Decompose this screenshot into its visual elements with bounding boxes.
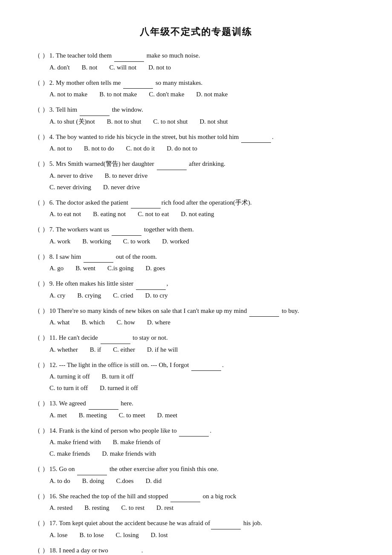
option: B. meeting — [79, 410, 107, 421]
option: B. doing — [82, 475, 104, 487]
question-text: The workers want us together with them. — [56, 224, 358, 236]
question-number: 14. — [49, 425, 58, 436]
question-block: （ ）11.He can't decide to stay or not.A. … — [34, 332, 358, 356]
question-number: 1. — [49, 50, 54, 61]
options-line: A. whatB. whichC. howD. where — [34, 317, 358, 328]
question-block: （ ）17.Tom kept quiet about the accident … — [34, 518, 358, 541]
question-line: （ ）14.Frank is the kind of person who pe… — [34, 425, 358, 437]
option: A. work — [49, 236, 70, 247]
option: A. what — [49, 317, 70, 328]
options-line-2: C. to turn it offD. turned it off — [34, 382, 358, 394]
question-number: 2. — [49, 78, 54, 89]
option: B. not — [82, 62, 98, 73]
option: B. to not make — [99, 89, 137, 100]
option: D. worked — [162, 236, 189, 247]
paren: （ ） — [34, 425, 49, 436]
option: B. to never drive — [105, 170, 148, 182]
option: D. never drive — [103, 182, 140, 193]
question-number: 9. — [49, 278, 54, 289]
question-block: （ ）4.The boy wanted to ride his bicycle … — [34, 132, 358, 155]
option: B. working — [82, 236, 111, 247]
question-text: The boy wanted to ride his bicycle in th… — [56, 132, 358, 143]
question-text: --- The light in the office is still on.… — [59, 360, 358, 371]
option: A. whether — [49, 344, 78, 356]
option: C. never driving — [49, 182, 91, 193]
options-line: A. restedB. restingC. to restD. rest — [34, 502, 358, 514]
options-line: A. to shut (关)notB. not to shutC. to not… — [34, 116, 358, 127]
question-number: 17. — [49, 518, 58, 529]
answer-blank — [136, 278, 166, 290]
answer-blank — [112, 224, 141, 236]
question-block: （ ）14.Frank is the kind of person who pe… — [34, 425, 358, 460]
question-block: （ ）2.My mother often tells me so many mi… — [34, 78, 358, 101]
option: A. go — [49, 263, 63, 274]
option: D. lost — [151, 529, 168, 541]
answer-blank — [249, 306, 279, 317]
option: B. not to do — [84, 143, 114, 154]
question-block: （ ）9.He often makes his little sister ,A… — [34, 278, 358, 301]
option: B. which — [82, 317, 105, 328]
question-text: We agreed here. — [59, 398, 358, 410]
question-number: 11. — [49, 332, 57, 344]
question-line: （ ）8.I saw him out of the room. — [34, 251, 358, 263]
question-line: （ ）16.She reached the top of the hill an… — [34, 491, 358, 503]
option: D. where — [147, 317, 170, 328]
option: C. to turn it off — [49, 382, 88, 394]
option: D. not to — [148, 62, 171, 73]
question-number: 4. — [49, 132, 54, 143]
question-line: （ ）7.The workers want us together with t… — [34, 224, 358, 236]
question-text: I saw him out of the room. — [56, 251, 358, 263]
question-number: 18. — [49, 545, 58, 555]
option: B. if — [90, 344, 101, 356]
question-line: （ ）18.I need a day or two . — [34, 545, 358, 555]
option: D. make friends with — [102, 448, 156, 460]
question-line: （ ）5.Mrs Smith warned(警告) her daughter a… — [34, 159, 358, 170]
option: D. meet — [157, 410, 177, 421]
question-number: 15. — [49, 464, 58, 475]
paren: （ ） — [34, 491, 49, 502]
option: C.does — [116, 475, 133, 487]
question-line: （ ）3.Tell him the window. — [34, 104, 358, 116]
option: C. to rest — [121, 502, 145, 514]
options-line-2: C. never drivingD. never drive — [34, 182, 358, 193]
option: A. lose — [49, 529, 68, 541]
answer-blank — [80, 104, 110, 116]
options-line-1: A. turning it offB. turn it off — [34, 371, 358, 382]
option: C. will not — [109, 62, 136, 73]
options-line: A. not to makeB. to not makeC. don't mak… — [34, 89, 358, 100]
option: C. not do it — [126, 143, 155, 154]
answer-blank — [211, 518, 241, 529]
option: B. went — [75, 263, 95, 274]
question-text: She reached the top of the hill and stop… — [59, 491, 358, 503]
paren: （ ） — [34, 251, 49, 263]
question-line: （ ）4.The boy wanted to ride his bicycle … — [34, 132, 358, 143]
paren: （ ） — [34, 360, 49, 371]
question-number: 3. — [49, 104, 54, 116]
question-block: （ ）3.Tell him the window.A. to shut (关)n… — [34, 104, 358, 127]
questions-container: （ ）1.The teacher told them make so much … — [34, 50, 358, 555]
question-block: （ ）7.The workers want us together with t… — [34, 224, 358, 247]
question-line: （ ）15.Go on the other exercise after you… — [34, 464, 358, 475]
question-block: （ ）16.She reached the top of the hill an… — [34, 491, 358, 514]
paren: （ ） — [34, 197, 49, 208]
option: C. to work — [123, 236, 150, 247]
question-block: （ ）6.The doctor asked the patient rich f… — [34, 197, 358, 220]
question-number: 6. — [49, 197, 54, 208]
question-text: There're so many kinds of new bikes on s… — [58, 306, 358, 317]
option: D. turned it off — [100, 382, 138, 394]
option: D. did — [146, 475, 162, 487]
question-line: （ ）17.Tom kept quiet about the accident … — [34, 518, 358, 529]
option: D. to cry — [145, 290, 168, 301]
option: A. cry — [49, 290, 66, 301]
question-line: （ ）2.My mother often tells me so many mi… — [34, 78, 358, 89]
paren: （ ） — [34, 78, 49, 89]
option: A. turning it off — [49, 371, 90, 382]
option: C. not to eat — [138, 208, 169, 220]
paren: （ ） — [34, 132, 49, 143]
options-line-2: C. make friendsD. make friends with — [34, 448, 358, 460]
question-line: （ ）6.The doctor asked the patient rich f… — [34, 197, 358, 209]
question-text: Tell him the window. — [56, 104, 358, 116]
option: A. met — [49, 410, 67, 421]
question-text: I need a day or two . — [59, 545, 358, 555]
paren: （ ） — [34, 518, 49, 529]
